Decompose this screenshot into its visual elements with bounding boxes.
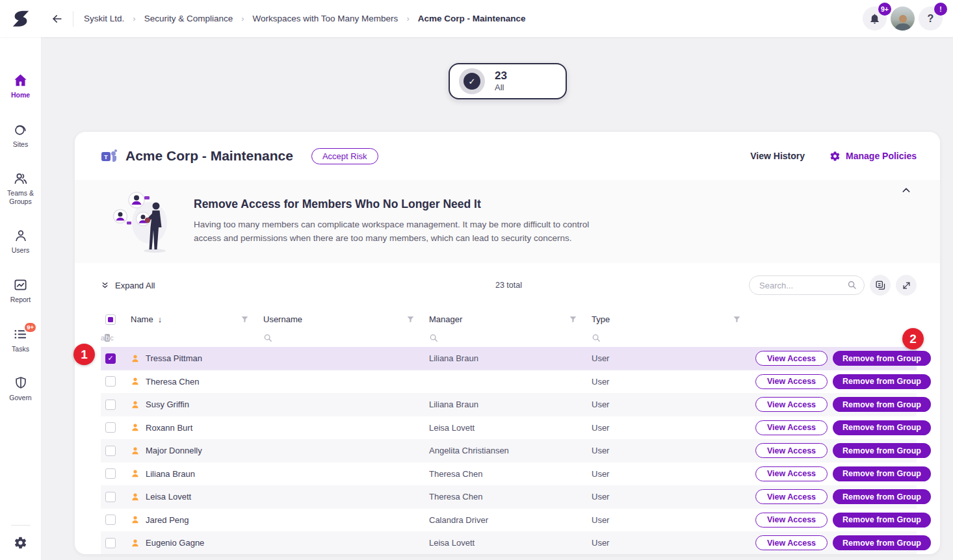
row-checkbox[interactable] <box>105 468 116 479</box>
annotation-step-2: 2 <box>902 328 924 350</box>
all-count-card[interactable]: ✓ 23 All <box>449 63 567 99</box>
banner-description: Having too many members can complicate w… <box>194 218 592 246</box>
row-checkbox[interactable] <box>105 538 116 548</box>
row-checkbox[interactable] <box>105 422 116 433</box>
export-columns-button[interactable] <box>870 275 891 296</box>
svg-text:T: T <box>104 153 108 160</box>
row-manager: Liliana Braun <box>429 400 592 409</box>
remove-from-group-button[interactable]: Remove from Group <box>833 420 931 435</box>
user-icon <box>131 354 140 363</box>
table-row: ✓Tressa PittmanLiliana BraunUserView Acc… <box>101 347 917 370</box>
sidebar: HomeSitesTeams & GroupsUsersReport9+Task… <box>0 37 42 560</box>
table-row: Liliana BraunTheresa ChenUserView Access… <box>101 463 917 486</box>
back-button[interactable] <box>51 12 64 25</box>
column-search-icon[interactable] <box>592 333 601 342</box>
remove-from-group-button[interactable]: Remove from Group <box>833 443 931 458</box>
remove-from-group-button[interactable]: Remove from Group <box>833 466 931 481</box>
filter-icon[interactable] <box>569 315 577 324</box>
breadcrumb-item-security[interactable]: Security & Compliance <box>144 14 233 23</box>
topbar: Syskit Ltd. › Security & Compliance › Wo… <box>0 0 953 37</box>
column-header-manager[interactable]: Manager <box>429 314 462 324</box>
home-icon <box>13 73 28 88</box>
sidebar-item-users[interactable]: Users <box>0 228 42 255</box>
sidebar-item-sites[interactable]: Sites <box>0 122 42 149</box>
view-history-button[interactable]: View History <box>750 151 805 161</box>
syskit-logo[interactable] <box>0 9 42 29</box>
view-access-button[interactable]: View Access <box>755 466 828 481</box>
remove-from-group-button[interactable]: Remove from Group <box>833 351 931 366</box>
view-access-button[interactable]: View Access <box>755 535 828 550</box>
column-header-name[interactable]: Name ↓ <box>131 314 162 324</box>
view-access-button[interactable]: View Access <box>755 489 828 504</box>
column-search-icon[interactable] <box>263 333 272 342</box>
filter-icon[interactable] <box>733 315 741 324</box>
view-access-button[interactable]: View Access <box>755 513 828 528</box>
row-checkbox[interactable] <box>105 400 116 410</box>
remove-from-group-button[interactable]: Remove from Group <box>833 535 931 550</box>
row-checkbox[interactable]: ✓ <box>105 353 116 364</box>
row-checkbox[interactable] <box>105 515 116 525</box>
help-button[interactable]: ? ! <box>919 6 943 31</box>
banner-title: Remove Access for Members Who No Longer … <box>194 197 592 211</box>
row-checkbox[interactable] <box>105 376 116 387</box>
column-header-username[interactable]: Username <box>263 314 302 324</box>
view-access-button[interactable]: View Access <box>755 374 828 389</box>
row-name: Leisa Lovett <box>146 492 191 502</box>
search-box <box>749 275 865 295</box>
filter-icon[interactable] <box>406 315 415 324</box>
help-icon: ? <box>928 13 934 25</box>
table-row: Eugenio GagneLeisa LovettUserView Access… <box>101 531 917 554</box>
view-access-button[interactable]: View Access <box>755 351 828 366</box>
policies-gear-icon <box>829 151 841 162</box>
remove-from-group-button[interactable]: Remove from Group <box>833 397 931 412</box>
remove-from-group-button[interactable]: Remove from Group <box>833 374 931 389</box>
remove-from-group-button[interactable]: Remove from Group <box>833 489 931 504</box>
remove-from-group-button[interactable]: Remove from Group <box>833 513 931 528</box>
row-type: User <box>592 446 755 455</box>
all-filter-icon: ✓ <box>459 68 485 94</box>
accept-risk-button[interactable]: Accept Risk <box>311 148 378 164</box>
text-filter-icon[interactable]: abc <box>101 334 114 342</box>
table-toolbar: Expand All 23 total <box>75 263 940 307</box>
annotation-step-1: 1 <box>73 344 95 365</box>
teams-icon: T <box>101 148 118 164</box>
sidebar-item-govern[interactable]: Govern <box>0 375 42 402</box>
teams-groups-icon <box>13 171 29 186</box>
row-manager: Liliana Braun <box>429 353 592 363</box>
settings-button[interactable] <box>14 536 27 552</box>
sidebar-item-report[interactable]: Report <box>0 277 42 304</box>
sidebar-item-tasks[interactable]: 9+Tasks <box>0 327 42 353</box>
sort-desc-icon: ↓ <box>158 314 163 324</box>
sidebar-item-home[interactable]: Home <box>0 73 42 99</box>
user-icon <box>131 492 140 502</box>
breadcrumb-separator: › <box>406 14 409 23</box>
view-access-button[interactable]: View Access <box>755 420 828 435</box>
expand-all-button[interactable]: Expand All <box>101 281 155 290</box>
row-checkbox[interactable] <box>105 492 116 502</box>
column-search-icon[interactable] <box>429 333 438 342</box>
row-manager: Angelita Christiansen <box>429 446 592 455</box>
view-access-button[interactable]: View Access <box>755 443 828 458</box>
view-access-button[interactable]: View Access <box>755 397 828 412</box>
row-manager: Leisa Lovett <box>429 538 592 548</box>
breadcrumb-item-org[interactable]: Syskit Ltd. <box>84 14 124 23</box>
avatar[interactable] <box>891 6 915 31</box>
sidebar-item-label: Report <box>10 296 31 304</box>
all-count-label: All <box>495 83 507 93</box>
table-header-row: Name ↓ Username Manager Type <box>101 310 917 329</box>
risk-banner: Remove Access for Members Who No Longer … <box>75 180 940 263</box>
all-count-value: 23 <box>495 70 507 83</box>
table-body: ✓Tressa PittmanLiliana BraunUserView Acc… <box>101 347 917 554</box>
manage-policies-button[interactable]: Manage Policies <box>829 151 917 162</box>
collapse-banner-button[interactable] <box>901 185 911 198</box>
row-name: Tressa Pittman <box>146 353 202 363</box>
notifications-button[interactable]: 9+ <box>863 6 887 31</box>
select-all-checkbox[interactable] <box>105 314 116 325</box>
fullscreen-button[interactable] <box>896 275 917 296</box>
breadcrumb-item-workspaces[interactable]: Workspaces with Too Many Members <box>253 14 398 23</box>
row-checkbox[interactable] <box>105 446 116 456</box>
row-type: User <box>592 538 755 548</box>
filter-icon[interactable] <box>241 315 249 324</box>
column-header-type[interactable]: Type <box>592 314 610 324</box>
sidebar-item-teams-groups[interactable]: Teams & Groups <box>0 171 42 205</box>
